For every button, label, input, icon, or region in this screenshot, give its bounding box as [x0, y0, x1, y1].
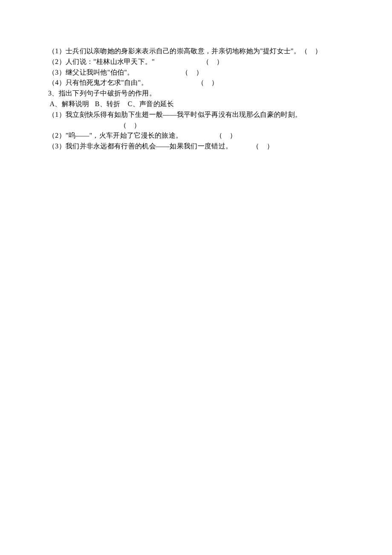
item-text: 我立刻快乐得有如肋下生翅一般——我平时似乎再没有出现那么自豪的时刻。 [66, 111, 302, 118]
answer-bracket[interactable]: （ ） [197, 79, 219, 86]
item-prefix: （3） [48, 142, 66, 150]
gap [182, 132, 215, 139]
answer-bracket[interactable]: （ ） [182, 69, 203, 76]
q2-item-1: （1）士兵们以亲吻她的身影来表示自己的崇高敬意，并亲切地称她为"提灯女士"。（ … [48, 46, 362, 57]
question-prompt: 指出下列句子中破折号的作用。 [59, 90, 156, 97]
item-prefix: （2） [48, 132, 66, 139]
answer-bracket[interactable]: （ ） [216, 132, 237, 139]
item-prefix: （1） [48, 111, 66, 118]
quoted-text: "伯伯" [107, 69, 127, 76]
item-text: 士兵们以亲吻她的身影来表示自己的崇高敬意，并亲切地称她为 [66, 47, 260, 55]
quoted-text: "提灯女士" [260, 47, 294, 55]
item-text: 人们说： [66, 58, 93, 65]
gap [134, 69, 182, 76]
q3-item-1-line1: （1）我立刻快乐得有如肋下生翅一般——我平时似乎再没有出现那么自豪的时刻。 [48, 110, 362, 120]
item-text: 继父让我叫他 [66, 69, 107, 76]
q2-item-3: （3）继父让我叫他"伯伯"。 （ ） [48, 67, 362, 78]
question-number: 3、 [48, 90, 59, 97]
bracket-indent [48, 121, 120, 129]
after-quote: 。 [294, 47, 300, 55]
gap [155, 58, 202, 65]
item-prefix: （1） [48, 47, 66, 55]
item-prefix: （3） [48, 69, 66, 76]
item-text: "呜——"，火车开始了它漫长的旅途。 [66, 132, 182, 139]
q2-item-4: （4）只有怕死鬼才乞求"自由"。 （ ） [48, 78, 362, 88]
answer-bracket[interactable]: （ ） [120, 121, 141, 129]
answer-bracket[interactable]: （ ） [252, 142, 274, 150]
after-quote: 。 [141, 79, 148, 86]
q3-item-2: （2）"呜——"，火车开始了它漫长的旅途。 （ ） [48, 130, 362, 141]
answer-bracket[interactable]: （ ） [202, 58, 224, 65]
q3-options: A、解释说明 B、转折 C、声音的延长 [48, 99, 362, 110]
item-text: 我们并非永远都有行善的机会——如果我们一度错过。 [66, 142, 232, 150]
q3-item-1-line2: （ ） [48, 120, 362, 131]
options-text: A、解释说明 B、转折 C、声音的延长 [48, 100, 174, 107]
q3-header: 3、指出下列句子中破折号的作用。 [48, 88, 362, 99]
item-prefix: （4） [48, 79, 66, 86]
item-prefix: （2） [48, 58, 66, 65]
answer-bracket[interactable]: （ ） [301, 47, 322, 55]
q3-item-3: （3）我们并非永远都有行善的机会——如果我们一度错过。 （ ） [48, 141, 362, 152]
gap [148, 79, 197, 86]
q2-item-2: （2）人们说："桂林山水甲天下。" （ ） [48, 57, 362, 67]
quoted-text: "桂林山水甲天下。" [93, 58, 155, 65]
gap [232, 142, 252, 150]
after-quote: 。 [127, 69, 134, 76]
item-text: 只有怕死鬼才乞求 [66, 79, 121, 86]
quoted-text: "自由" [121, 79, 141, 86]
